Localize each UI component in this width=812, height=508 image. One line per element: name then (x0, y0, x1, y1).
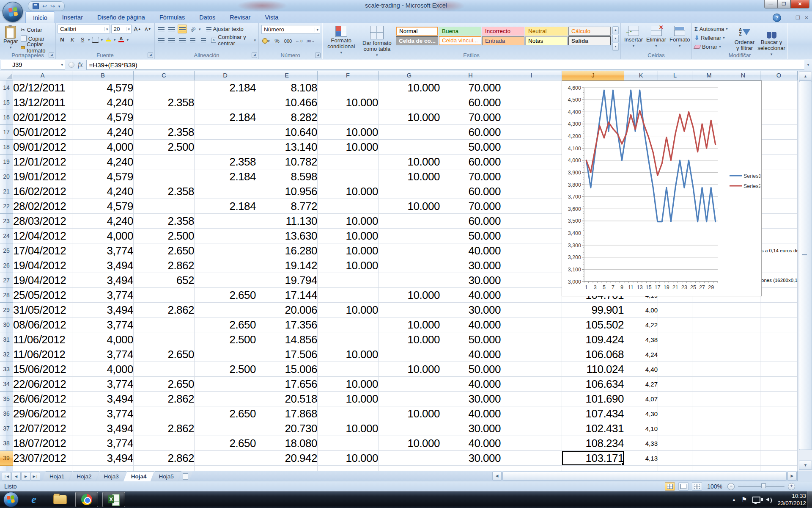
cell-H27[interactable]: 30.000 (440, 273, 501, 288)
cell-I30[interactable] (501, 318, 562, 332)
cell-H29[interactable]: 30.000 (440, 303, 501, 318)
number-format-select[interactable]: Número▾ (261, 25, 320, 34)
style-chip[interactable]: Incorrecto (482, 27, 524, 36)
cell-F22[interactable] (318, 199, 379, 214)
style-chip[interactable]: Cálculo (568, 27, 611, 36)
cell-E19[interactable]: 10.782 (256, 155, 318, 169)
cell-G22[interactable]: 10.000 (379, 199, 440, 214)
cell-A25[interactable]: 17/04/2012 (13, 243, 72, 258)
cell-C15[interactable]: 2.358 (134, 95, 195, 110)
cell-L34[interactable] (658, 377, 692, 392)
cell-O33[interactable] (760, 362, 798, 377)
cell-H35[interactable]: 30.000 (440, 392, 501, 406)
clear-button[interactable]: Borrar▾ (694, 42, 732, 51)
cell-K31[interactable]: 4,38 (624, 332, 658, 347)
cell-F20[interactable] (318, 169, 379, 184)
percent-button[interactable]: % (272, 36, 282, 45)
cell-N30[interactable] (726, 318, 760, 332)
cell-G15[interactable] (379, 95, 440, 110)
dialog-launcher-icon[interactable]: ◢ (148, 52, 153, 58)
cell-H32[interactable]: 40.000 (440, 347, 501, 362)
zoom-out-button[interactable]: − (727, 483, 735, 490)
cell-B24[interactable]: 4,000 (72, 229, 134, 243)
cell-F35[interactable]: 10.000 (318, 392, 379, 406)
close-button[interactable]: ✕ (790, 0, 809, 8)
row-header-26[interactable]: 26 (0, 258, 13, 273)
cell-G27[interactable] (379, 273, 440, 288)
cell-L38[interactable] (658, 436, 692, 451)
style-chip[interactable]: Buena (439, 27, 481, 36)
cell-H39[interactable]: 30.000 (440, 451, 501, 466)
cell-O24[interactable] (760, 229, 798, 243)
cell-G33[interactable]: 10.000 (379, 362, 440, 377)
cell-A23[interactable]: 28/03/2012 (13, 214, 72, 229)
cell-D33[interactable]: 2.500 (195, 362, 256, 377)
cell-A28[interactable]: 25/05/2012 (13, 288, 72, 303)
cell-E40[interactable] (256, 466, 318, 471)
row-header-14[interactable]: 14 (0, 80, 13, 95)
cell-B28[interactable]: 3,774 (72, 288, 134, 303)
row-header-33[interactable]: 33 (0, 362, 13, 377)
cell-H19[interactable]: 60.000 (440, 155, 501, 169)
cell-G38[interactable]: 10.000 (379, 436, 440, 451)
cell-D29[interactable] (195, 303, 256, 318)
cell-G19[interactable]: 10.000 (379, 155, 440, 169)
cell-B38[interactable]: 3,774 (72, 436, 134, 451)
row-header-32[interactable]: 32 (0, 347, 13, 362)
style-chip[interactable]: Neutral (525, 27, 568, 36)
merge-center-button[interactable]: a Combinar y centrar ▾ (210, 36, 257, 44)
cell-A32[interactable]: 11/06/2012 (13, 347, 72, 362)
fill-button[interactable]: ⇩Rellenar▾ (694, 33, 732, 42)
cell-O40[interactable] (760, 466, 798, 471)
format-cells-button[interactable]: Formato▾ (668, 25, 691, 50)
cell-J37[interactable]: 102.431 (562, 421, 624, 436)
cell-L35[interactable] (658, 392, 692, 406)
cell-G21[interactable] (379, 184, 440, 199)
cell-E34[interactable]: 17.656 (256, 377, 318, 392)
cell-D26[interactable] (195, 258, 256, 273)
row-header-16[interactable]: 16 (0, 110, 13, 125)
cell-L29[interactable] (658, 303, 692, 318)
col-header-B[interactable]: B (72, 71, 134, 80)
horizontal-scroll-thumb[interactable] (502, 472, 787, 480)
row-header-23[interactable]: 23 (0, 214, 13, 229)
cell-H36[interactable]: 40.000 (440, 406, 501, 421)
restore-button[interactable]: ❐ (777, 0, 790, 8)
gallery-up-icon[interactable]: ▲ (612, 26, 619, 34)
vertical-scroll-thumb[interactable] (799, 81, 812, 450)
cell-E29[interactable]: 20.006 (256, 303, 318, 318)
cell-O32[interactable] (760, 347, 798, 362)
orientation-button[interactable]: ab (188, 25, 198, 33)
cell-F32[interactable]: 10.000 (318, 347, 379, 362)
underline-button[interactable]: S (78, 35, 87, 44)
sheet-tab-hoja4[interactable]: Hoja4 (123, 471, 154, 481)
page-layout-view-button[interactable] (678, 482, 689, 491)
cell-D22[interactable]: 2.184 (195, 199, 256, 214)
cell-E15[interactable]: 10.466 (256, 95, 318, 110)
cell-E33[interactable]: 15.006 (256, 362, 318, 377)
cell-O31[interactable] (760, 332, 798, 347)
cell-D34[interactable] (195, 377, 256, 392)
cell-E37[interactable]: 20.730 (256, 421, 318, 436)
taskbar-clock[interactable]: 10:33 23/07/2012 (777, 492, 806, 507)
zoom-slider[interactable] (738, 486, 785, 487)
cell-C24[interactable]: 2.500 (134, 229, 195, 243)
cell-B26[interactable]: 3,494 (72, 258, 134, 273)
cell-I21[interactable] (501, 184, 562, 199)
align-middle-button[interactable] (167, 25, 176, 33)
cell-G14[interactable]: 10.000 (379, 80, 440, 95)
cell-J35[interactable]: 101.690 (562, 392, 624, 406)
cell-B34[interactable]: 3,774 (72, 377, 134, 392)
cell-F33[interactable] (318, 362, 379, 377)
vertical-scrollbar[interactable]: ▲ ▼ (798, 71, 812, 471)
cell-K39[interactable]: 4,13 (624, 451, 658, 466)
cell-G39[interactable] (379, 451, 440, 466)
cell-C31[interactable] (134, 332, 195, 347)
decrease-indent-button[interactable] (188, 36, 198, 44)
cell-I18[interactable] (501, 140, 562, 155)
select-all-corner[interactable] (0, 71, 13, 80)
cell-E17[interactable]: 10.640 (256, 125, 318, 140)
row-header-21[interactable]: 21 (0, 184, 13, 199)
cell-G36[interactable]: 10.000 (379, 406, 440, 421)
cell-B14[interactable]: 4,579 (72, 80, 134, 95)
